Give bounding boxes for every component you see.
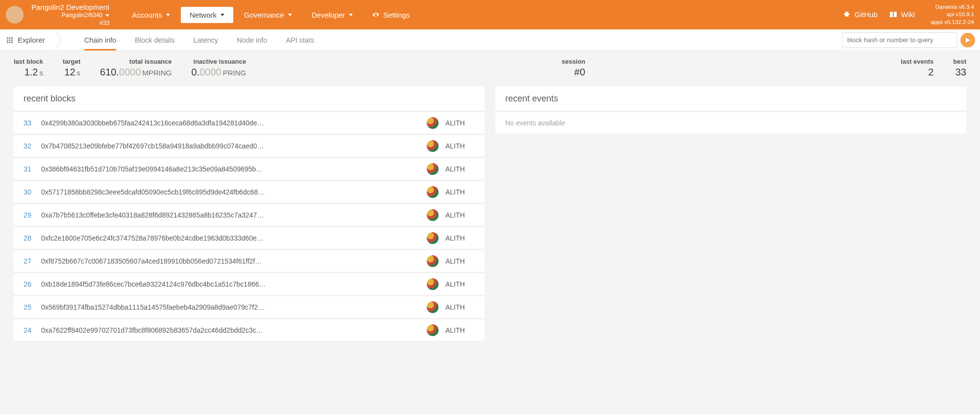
- block-row: 280xfc2e1600e705e6c24fc3747528a78976be0b…: [14, 227, 485, 249]
- nav-developer[interactable]: Developer: [303, 7, 362, 23]
- search-go-button[interactable]: [960, 33, 975, 48]
- block-hash[interactable]: 0xb18de1894f5d73fe86cec7bce6a93224124c97…: [41, 280, 427, 288]
- stat-total-issuance: total issuance 610.0000MPRING: [100, 58, 172, 78]
- block-number-link[interactable]: 25: [24, 303, 41, 311]
- chain-sub: Pangolin2/6340: [62, 12, 102, 20]
- block-number-link[interactable]: 29: [24, 211, 41, 219]
- main-content: recent blocks 330x4299b380a3030bbeb675fa…: [0, 87, 980, 352]
- block-row: 320x7b47085213e09bfebe77bf42697cb158a949…: [14, 135, 485, 157]
- block-author[interactable]: ALITH: [445, 280, 475, 288]
- author-identicon[interactable]: [427, 301, 439, 313]
- tab-api-stats[interactable]: API stats: [286, 29, 314, 50]
- block-hash[interactable]: 0x7b47085213e09bfebe77bf42697cb158a94918…: [41, 142, 427, 150]
- block-row: 260xb18de1894f5d73fe86cec7bce6a93224124c…: [14, 273, 485, 295]
- block-search-input[interactable]: [842, 32, 957, 48]
- chevron-down-icon: [105, 14, 109, 17]
- block-hash[interactable]: 0x4299b380a3030bbeb675faa242413c16ceca68…: [41, 119, 427, 127]
- block-hash[interactable]: 0xa7b7b5613c0ffebe3cfe40318a828f6d892143…: [41, 211, 427, 219]
- gear-icon: [372, 11, 379, 18]
- svg-rect-4: [9, 39, 11, 41]
- block-row: 310x386bf94631fb51d710b705af19e0994146a8…: [14, 158, 485, 180]
- svg-rect-8: [11, 42, 13, 43]
- chain-logo[interactable]: [6, 6, 24, 24]
- author-identicon[interactable]: [427, 255, 439, 267]
- block-hash[interactable]: 0xf8752b667c7c0067183505607a4ced189910bb…: [41, 257, 427, 265]
- block-hash[interactable]: 0x386bf94631fb51d710b705af19e0994146a8e2…: [41, 165, 427, 173]
- block-author[interactable]: ALITH: [445, 257, 475, 265]
- recent-blocks-panel: recent blocks 330x4299b380a3030bbeb675fa…: [14, 87, 485, 342]
- block-number-link[interactable]: 33: [24, 119, 41, 127]
- block-row: 240xa7622ff8402e99702701d73fbc8f806892b8…: [14, 319, 485, 341]
- nav-settings[interactable]: Settings: [364, 7, 418, 23]
- block-row: 300x57171858bb8298c3eee5dcafd05090ec5cb1…: [14, 181, 485, 203]
- author-identicon[interactable]: [427, 324, 439, 336]
- recent-events-title: recent events: [495, 87, 966, 111]
- github-link[interactable]: GitHub: [843, 10, 878, 19]
- tab-node-info[interactable]: Node info: [237, 29, 267, 50]
- author-identicon[interactable]: [427, 232, 439, 244]
- svg-rect-3: [7, 39, 8, 41]
- block-author[interactable]: ALITH: [445, 326, 475, 334]
- stat-best: best 33: [953, 58, 966, 78]
- sub-tabs: Chain infoBlock detailsLatencyNode infoA…: [84, 29, 315, 50]
- top-right: GitHub Wiki Darwinia v6.3.4 api v10.9.1 …: [843, 3, 974, 26]
- chevron-down-icon: [288, 14, 292, 16]
- block-author[interactable]: ALITH: [445, 165, 475, 173]
- block-hash[interactable]: 0x569bf39174fba15274dbba1115a14575faebeb…: [41, 303, 427, 311]
- chevron-down-icon: [220, 14, 224, 16]
- explorer-breadcrumb[interactable]: Explorer: [0, 29, 55, 50]
- block-number-link[interactable]: 30: [24, 188, 41, 196]
- block-number-link[interactable]: 24: [24, 326, 41, 334]
- grid-icon: [7, 37, 13, 43]
- stat-session: session #0: [562, 58, 585, 78]
- chevron-down-icon: [349, 14, 353, 16]
- svg-rect-5: [11, 39, 13, 41]
- main-nav: AccountsNetworkGovernanceDeveloperSettin…: [123, 7, 418, 23]
- stat-target: target 12s: [63, 58, 80, 78]
- wiki-link[interactable]: Wiki: [889, 10, 915, 19]
- search-area: [842, 32, 975, 48]
- block-author[interactable]: ALITH: [445, 188, 475, 196]
- author-identicon[interactable]: [427, 117, 439, 129]
- block-row: 330x4299b380a3030bbeb675faa242413c16ceca…: [14, 112, 485, 134]
- block-number-link[interactable]: 28: [24, 234, 41, 242]
- tab-chain-info[interactable]: Chain info: [84, 29, 116, 50]
- tab-latency[interactable]: Latency: [194, 29, 219, 50]
- chain-selector[interactable]: Pangolin2 Development Pangolin2/6340 #33: [31, 2, 109, 27]
- svg-rect-1: [9, 37, 11, 39]
- github-icon: [843, 11, 851, 19]
- chain-best: #33: [99, 20, 109, 27]
- block-number-link[interactable]: 27: [24, 257, 41, 265]
- block-row: 290xa7b7b5613c0ffebe3cfe40318a828f6d8921…: [14, 204, 485, 226]
- block-hash[interactable]: 0xfc2e1600e705e6c24fc3747528a78976be0b24…: [41, 234, 427, 242]
- block-number-link[interactable]: 26: [24, 280, 41, 288]
- nav-governance[interactable]: Governance: [235, 7, 301, 23]
- author-identicon[interactable]: [427, 209, 439, 221]
- author-identicon[interactable]: [427, 163, 439, 175]
- block-author[interactable]: ALITH: [445, 142, 475, 150]
- block-author[interactable]: ALITH: [445, 119, 475, 127]
- chain-title: Pangolin2 Development: [31, 2, 109, 12]
- stat-last-events: last events 2: [901, 58, 933, 78]
- author-identicon[interactable]: [427, 186, 439, 198]
- block-number-link[interactable]: 31: [24, 165, 41, 173]
- nav-network[interactable]: Network: [181, 7, 233, 23]
- nav-accounts[interactable]: Accounts: [123, 7, 179, 23]
- tab-block-details[interactable]: Block details: [135, 29, 174, 50]
- stats-row: last block 1.2s target 12s total issuanc…: [0, 51, 980, 87]
- stat-last-block: last block 1.2s: [14, 58, 43, 78]
- author-identicon[interactable]: [427, 140, 439, 152]
- block-author[interactable]: ALITH: [445, 303, 475, 311]
- events-empty: No events available: [495, 112, 966, 134]
- author-identicon[interactable]: [427, 278, 439, 290]
- recent-blocks-title: recent blocks: [14, 87, 485, 111]
- play-icon: [965, 37, 971, 43]
- svg-rect-6: [7, 42, 8, 43]
- block-author[interactable]: ALITH: [445, 211, 475, 219]
- block-number-link[interactable]: 32: [24, 142, 41, 150]
- block-hash[interactable]: 0x57171858bb8298c3eee5dcafd05090ec5cb19f…: [41, 188, 427, 196]
- block-row: 270xf8752b667c7c0067183505607a4ced189910…: [14, 250, 485, 272]
- sub-header: Explorer Chain infoBlock detailsLatencyN…: [0, 29, 980, 51]
- block-hash[interactable]: 0xa7622ff8402e99702701d73fbc8f806892b836…: [41, 326, 427, 334]
- block-author[interactable]: ALITH: [445, 234, 475, 242]
